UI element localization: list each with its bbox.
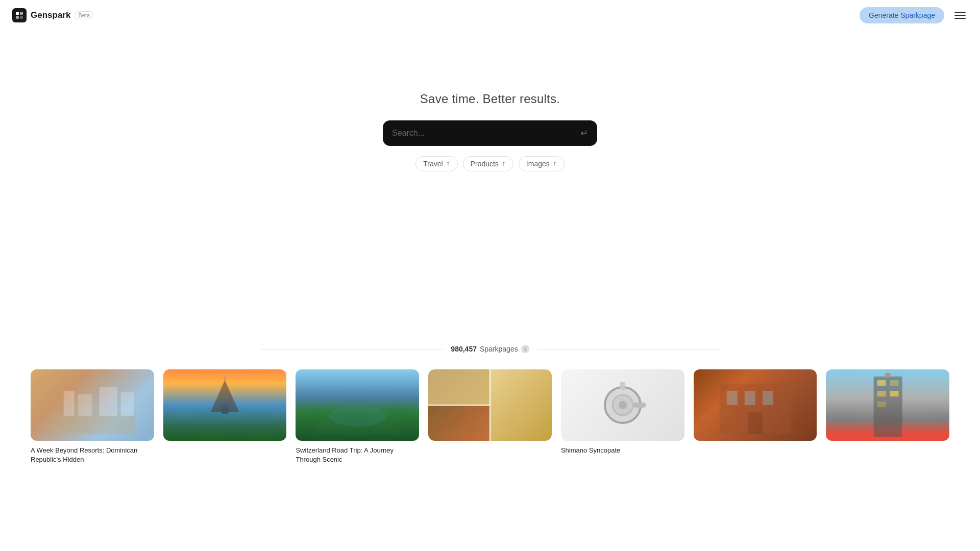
svg-rect-23 <box>748 412 762 434</box>
card-switzerland[interactable]: Switzerland Road Trip: A Journey Through… <box>296 369 419 464</box>
svg-rect-8 <box>121 392 134 416</box>
card-switzerland-overlay <box>296 369 419 441</box>
card-dominican[interactable]: A Week Beyond Resorts: Dominican Republi… <box>31 369 154 464</box>
svg-rect-0 <box>16 12 19 15</box>
sparkpages-count: 980,457 <box>451 345 477 353</box>
card-shimano-image <box>561 369 684 441</box>
search-input[interactable] <box>392 129 575 138</box>
card-food-cell-2 <box>491 369 552 441</box>
svg-rect-18 <box>620 382 625 390</box>
search-bar[interactable]: ↵ <box>383 120 597 146</box>
menu-line-2 <box>954 15 966 16</box>
card-brick-building[interactable] <box>694 369 817 464</box>
enter-icon: ↵ <box>580 128 588 139</box>
chip-images-label: Images <box>526 160 550 168</box>
card-night-building[interactable] <box>826 369 949 464</box>
svg-rect-2 <box>16 16 19 19</box>
menu-line-3 <box>954 18 966 19</box>
svg-rect-13 <box>314 405 400 434</box>
card-night-building-overlay <box>826 369 949 441</box>
divider-left <box>260 349 443 349</box>
logo-area: Genspark Beta <box>12 8 93 22</box>
header-right: Generate Sparkpage <box>860 7 968 23</box>
chip-images[interactable]: Images ↗ <box>519 156 565 171</box>
svg-rect-17 <box>633 403 646 408</box>
chip-travel-label: Travel <box>423 160 443 168</box>
divider-right <box>537 349 720 349</box>
sparkpages-divider: 980,457 Sparkpages i <box>260 345 720 353</box>
sparkpages-badge: 980,457 Sparkpages i <box>451 345 529 353</box>
logo-text: Genspark <box>31 10 70 20</box>
svg-rect-7 <box>100 387 117 416</box>
svg-rect-1 <box>20 12 23 15</box>
svg-rect-27 <box>877 391 886 396</box>
card-food-image <box>428 369 552 441</box>
card-night-building-image <box>826 369 949 441</box>
card-switzerland-title: Switzerland Road Trip: A Journey Through… <box>296 446 419 464</box>
info-icon[interactable]: i <box>521 345 529 353</box>
svg-rect-6 <box>78 394 92 416</box>
svg-rect-3 <box>20 16 23 19</box>
card-food[interactable] <box>428 369 552 464</box>
svg-rect-5 <box>64 391 75 416</box>
menu-button[interactable] <box>952 10 968 21</box>
svg-rect-21 <box>744 391 755 405</box>
card-brick-building-image <box>694 369 817 441</box>
hero-tagline: Save time. Better results. <box>420 92 560 106</box>
card-dominican-overlay <box>31 369 154 441</box>
beta-badge: Beta <box>75 11 93 19</box>
sparkpages-section: 980,457 Sparkpages i <box>0 345 980 464</box>
sparkpages-label: Sparkpages <box>480 345 518 353</box>
chip-images-arrow-icon: ↗ <box>551 160 559 168</box>
svg-rect-29 <box>877 402 886 407</box>
logo-icon <box>12 8 27 22</box>
card-shimano-title: Shimano Syncopate <box>561 446 684 455</box>
cards-grid: A Week Beyond Resorts: Dominican Republi… <box>0 369 980 464</box>
suggestion-chips: Travel ↗ Products ↗ Images ↗ <box>415 156 565 171</box>
main-content: Save time. Better results. ↵ Travel ↗ Pr… <box>0 0 980 464</box>
chip-products-label: Products <box>471 160 499 168</box>
svg-rect-28 <box>890 391 898 396</box>
chip-travel[interactable]: Travel ↗ <box>415 156 457 171</box>
card-dominican-image <box>31 369 154 441</box>
menu-line-1 <box>954 12 966 13</box>
card-mountain-tower[interactable] <box>163 369 287 464</box>
card-food-cell-3 <box>428 406 489 441</box>
card-dominican-title: A Week Beyond Resorts: Dominican Republi… <box>31 446 154 464</box>
chip-products[interactable]: Products ↗ <box>463 156 513 171</box>
card-mountain-tower-image <box>163 369 287 441</box>
svg-point-16 <box>619 401 627 409</box>
svg-rect-26 <box>890 380 898 386</box>
svg-rect-22 <box>762 391 773 405</box>
svg-rect-25 <box>877 380 886 386</box>
chip-travel-arrow-icon: ↗ <box>444 160 452 168</box>
card-mountain-tower-overlay <box>163 369 287 441</box>
card-shimano[interactable]: Shimano Syncopate <box>561 369 684 464</box>
header: Genspark Beta Generate Sparkpage <box>0 0 980 31</box>
card-brick-building-overlay <box>694 369 817 441</box>
card-food-cell-1 <box>428 369 489 405</box>
chip-products-arrow-icon: ↗ <box>500 160 508 168</box>
generate-sparkpage-button[interactable]: Generate Sparkpage <box>860 7 944 23</box>
card-switzerland-image <box>296 369 419 441</box>
svg-rect-20 <box>726 391 737 405</box>
svg-rect-10 <box>222 405 229 414</box>
